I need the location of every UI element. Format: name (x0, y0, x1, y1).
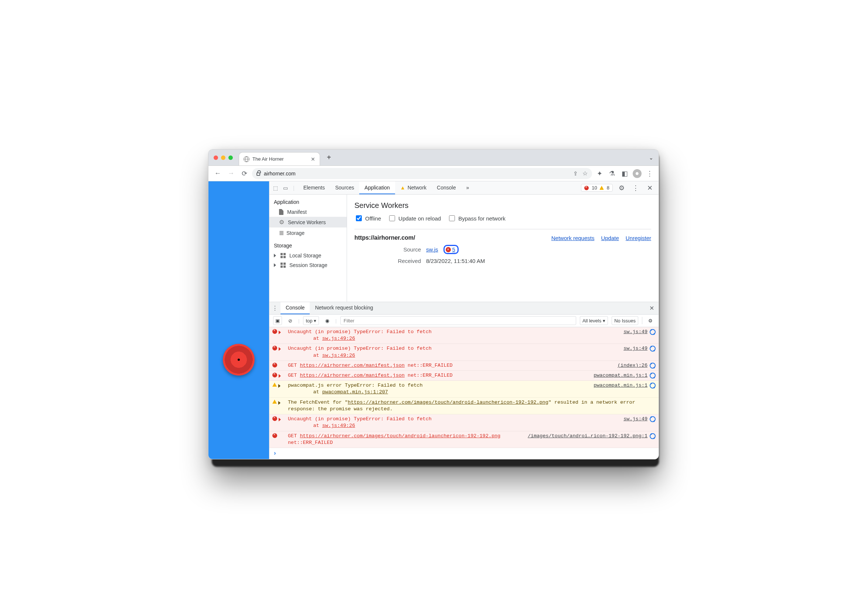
log-source-link[interactable]: sw.js:49 (623, 416, 648, 422)
log-source-link[interactable]: sw.js:49 (623, 346, 648, 351)
offline-checkbox[interactable]: Offline (355, 214, 381, 222)
bypass-for-network-checkbox-input[interactable] (449, 215, 455, 221)
link-update[interactable]: Update (601, 235, 619, 241)
maximize-window-icon[interactable] (229, 156, 233, 160)
console-log-row[interactable]: GET https://airhorner.com/manifest.json … (270, 361, 659, 371)
error-count: 10 (592, 185, 597, 190)
sidebar-item-manifest[interactable]: Manifest (270, 207, 347, 217)
close-window-icon[interactable] (214, 156, 218, 160)
link-unregister[interactable]: Unregister (626, 235, 651, 241)
sw-error-count-highlight[interactable]: 5 (443, 245, 459, 254)
expand-caret-icon[interactable] (274, 254, 276, 258)
new-tab-button[interactable]: + (324, 152, 334, 163)
log-message: The FetchEvent for "https://airhorner.co… (288, 399, 653, 413)
link-network-requests[interactable]: Network requests (552, 235, 594, 241)
chrome-menu-icon[interactable]: ⋮ (645, 168, 655, 179)
tab-overflow[interactable]: » (461, 181, 474, 194)
lock-icon (257, 173, 260, 176)
sidebar-item-session-storage[interactable]: Session Storage (270, 260, 347, 270)
console-log-row[interactable]: pwacompat.js error TypeError: Failed to … (270, 381, 659, 398)
sync-icon[interactable] (650, 363, 656, 369)
sidebar-item-service-workers[interactable]: Service Workers (270, 217, 347, 228)
browser-tab[interactable]: The Air Horner ✕ (239, 152, 320, 165)
labs-icon[interactable]: ⚗ (607, 168, 617, 179)
drawer-menu-icon[interactable]: ⋮ (270, 302, 281, 314)
tabs-overflow-icon[interactable]: ⌄ (649, 155, 656, 161)
bypass-for-network-checkbox[interactable]: Bypass for network (448, 214, 506, 222)
log-source-link[interactable]: pwacompat.min.js:1 (594, 372, 648, 378)
update-on-reload-checkbox-input[interactable] (389, 215, 395, 221)
console-log-row[interactable]: GET https://airhorner.com/images/touch/a… (270, 431, 659, 448)
link-sw-source[interactable]: sw.js (426, 246, 438, 253)
sync-icon[interactable] (650, 346, 656, 352)
tab-sources[interactable]: Sources (330, 181, 359, 194)
clear-console-icon[interactable]: ⊘ (286, 316, 295, 325)
expand-caret-icon[interactable] (279, 418, 281, 421)
device-toolbar-icon[interactable]: ▭ (283, 185, 288, 191)
airhorn-button[interactable] (223, 344, 255, 376)
url-box[interactable]: airhorner.com ⇪ ☆ (252, 168, 592, 179)
update-on-reload-checkbox[interactable]: Update on reload (388, 214, 441, 222)
log-source-link[interactable]: sw.js:49 (623, 329, 648, 335)
tab-network[interactable]: ▲Network (395, 181, 432, 194)
log-source-link[interactable]: /images/touch/androi…ricon-192-192.png:1 (528, 433, 648, 439)
sync-icon[interactable] (650, 372, 656, 379)
sw-error-count[interactable]: 5 (452, 246, 455, 253)
console-log-row[interactable]: GET https://airhorner.com/manifest.json … (270, 371, 659, 381)
issue-counts[interactable]: 10 8 (581, 184, 613, 192)
error-count-icon (584, 186, 589, 190)
sync-icon[interactable] (650, 383, 656, 388)
offline-checkbox-input[interactable] (356, 215, 362, 221)
devtools-settings-icon[interactable]: ⚙ (616, 183, 627, 193)
console-settings-icon[interactable]: ⚙ (646, 316, 655, 325)
sidebar-item-storage[interactable]: Storage (270, 228, 347, 238)
sidebar-item-local-storage[interactable]: Local Storage (270, 251, 347, 260)
forward-button[interactable]: → (225, 168, 236, 179)
sync-icon[interactable] (650, 329, 656, 335)
console-log-row[interactable]: Uncaught (in promise) TypeError: Failed … (270, 327, 659, 344)
expand-caret-icon[interactable] (278, 384, 281, 388)
drawer-tab-console[interactable]: Console (281, 302, 310, 314)
panel-title: Service Workers (355, 201, 651, 210)
console-log-row[interactable]: Uncaught (in promise) TypeError: Failed … (270, 344, 659, 360)
profile-avatar[interactable]: ● (632, 168, 642, 179)
drawer-tab-network-request-blocking[interactable]: Network request blocking (310, 302, 378, 314)
drawer-tabstrip: ⋮ Console Network request blocking ✕ (270, 302, 659, 315)
reload-button[interactable]: ⟳ (239, 168, 250, 179)
console-log-row[interactable]: The FetchEvent for "https://airhorner.co… (270, 398, 659, 414)
devtools-close-icon[interactable]: ✕ (645, 183, 655, 193)
expand-caret-icon[interactable] (279, 347, 281, 351)
log-source-link[interactable]: (index):26 (618, 363, 648, 368)
close-tab-icon[interactable]: ✕ (311, 156, 315, 162)
share-icon[interactable]: ⇪ (573, 170, 578, 177)
expand-caret-icon[interactable] (279, 330, 281, 334)
inspect-icon[interactable]: ⬚ (273, 185, 278, 191)
expand-caret-icon[interactable] (279, 374, 281, 378)
console-levels-select[interactable]: All levels▾ (580, 316, 608, 325)
tab-elements[interactable]: Elements (298, 181, 330, 194)
console-log-row[interactable]: Uncaught (in promise) TypeError: Failed … (270, 414, 659, 431)
grid-icon (281, 262, 286, 268)
tab-application[interactable]: Application (359, 181, 395, 194)
console-filter-input[interactable] (340, 316, 576, 325)
expand-caret-icon[interactable] (278, 401, 281, 405)
extensions-icon[interactable]: ✦ (594, 168, 605, 179)
minimize-window-icon[interactable] (221, 156, 225, 160)
console-context-select[interactable]: top▾ (303, 316, 319, 325)
devtools-menu-icon[interactable]: ⋮ (631, 183, 641, 193)
live-expression-icon[interactable]: ◉ (323, 316, 331, 325)
bookmark-icon[interactable]: ☆ (582, 170, 588, 177)
back-button[interactable]: ← (212, 168, 223, 179)
console-sidebar-toggle-icon[interactable]: ▣ (273, 316, 282, 325)
console-issues-button[interactable]: No Issues (612, 316, 638, 325)
log-source-link[interactable]: pwacompat.min.js:1 (594, 383, 648, 388)
side-panel-icon[interactable]: ◧ (620, 168, 630, 179)
sync-icon[interactable] (650, 416, 656, 422)
tab-console[interactable]: Console (432, 181, 461, 194)
drawer-close-icon[interactable]: ✕ (645, 302, 659, 314)
expand-caret-icon[interactable] (274, 263, 276, 267)
console-prompt[interactable]: › (270, 448, 659, 459)
application-main: Service Workers Offline Update on reload (347, 195, 659, 302)
gear-icon (279, 218, 284, 226)
sync-icon[interactable] (650, 433, 656, 439)
